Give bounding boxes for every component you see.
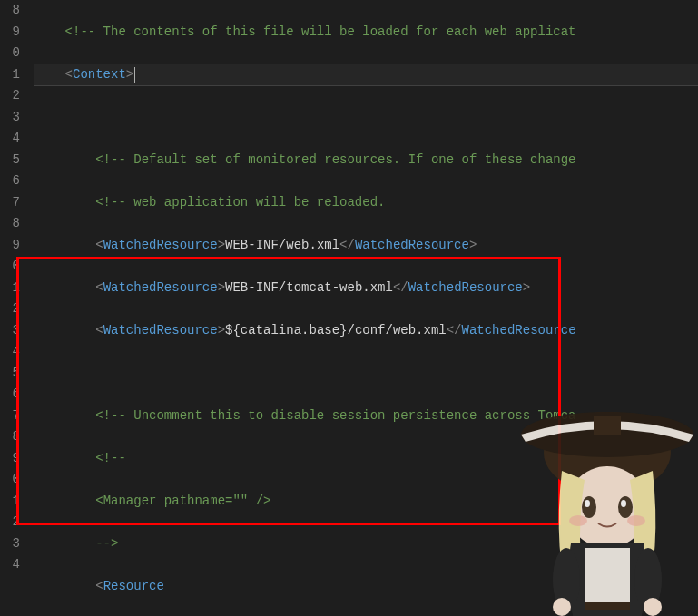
code-line: <WatchedResource>${catalina.base}/conf/w…: [34, 320, 698, 342]
line-gutter: 8 9 0 1 2 3 4 5 6 7 8 9 0 1 2 3 4 5 6 7 …: [0, 0, 27, 616]
text-cursor: [134, 67, 135, 83]
code-editor[interactable]: 8 9 0 1 2 3 4 5 6 7 8 9 0 1 2 3 4 5 6 7 …: [0, 0, 698, 616]
line-number: 2: [0, 85, 20, 107]
code-line: <WatchedResource>WEB-INF/web.xml</Watche…: [34, 235, 698, 257]
line-number: 7: [0, 406, 20, 427]
line-number: 1: [0, 278, 20, 299]
line-number: 8: [0, 0, 20, 22]
line-number: 9: [0, 22, 20, 44]
line-number: 0: [0, 43, 20, 64]
line-number: 6: [0, 171, 20, 192]
code-line: -->: [34, 533, 698, 555]
code-line: <Manager pathname="" />: [34, 491, 698, 513]
line-number: 3: [0, 533, 20, 555]
code-line: <Context>: [34, 64, 698, 86]
line-number: 0: [0, 256, 20, 278]
code-area[interactable]: <!-- The contents of this file will be l…: [27, 0, 698, 616]
line-number: 9: [0, 235, 20, 257]
line-number: 5: [0, 150, 20, 171]
line-number: 1: [0, 491, 20, 513]
code-line: <WatchedResource>WEB-INF/tomcat-web.xml<…: [34, 278, 698, 299]
line-number: 4: [0, 554, 20, 576]
line-number: 1: [0, 64, 20, 86]
line-number: 7: [0, 192, 20, 214]
line-number: 4: [0, 341, 20, 363]
line-number: 6: [0, 384, 20, 406]
line-number: 3: [0, 107, 20, 129]
code-line: <!--: [34, 448, 698, 470]
line-number: 4: [0, 128, 20, 150]
line-number: 8: [0, 213, 20, 235]
code-line: <!-- Uncomment this to disable session p…: [34, 406, 698, 427]
line-number: 3: [0, 320, 20, 342]
line-number: 8: [0, 426, 20, 448]
line-number: 0: [0, 469, 20, 491]
code-line: <!-- Default set of monitored resources.…: [34, 150, 698, 171]
line-number: 2: [0, 298, 20, 320]
line-number: 2: [0, 512, 20, 533]
code-line: <!-- The contents of this file will be l…: [34, 22, 698, 44]
line-number: 9: [0, 448, 20, 470]
code-line: <!-- web application will be reloaded.: [34, 192, 698, 214]
code-line: <Resource: [34, 576, 698, 598]
code-line: [34, 363, 698, 385]
code-line: [34, 107, 698, 129]
line-number: 5: [0, 363, 20, 385]
